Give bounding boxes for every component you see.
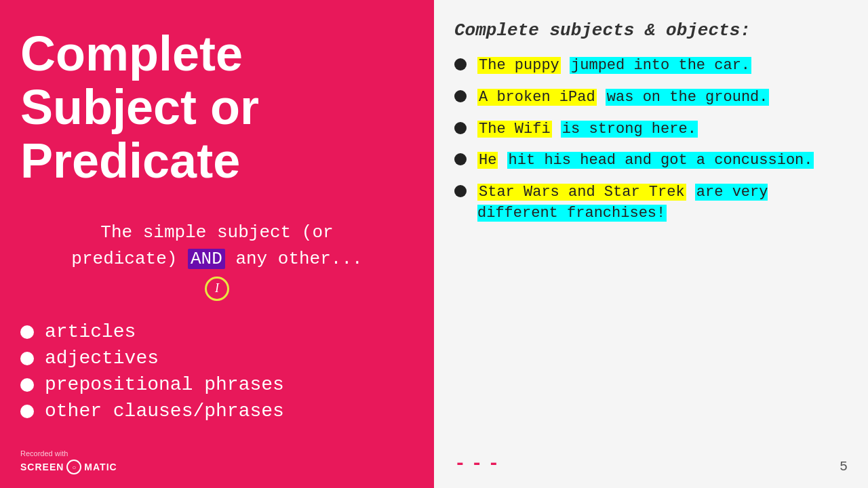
list-item: other clauses/phrases [20, 401, 414, 422]
main-title-container: Complete Subject or Predicate [20, 20, 414, 188]
subject-highlight: He [477, 152, 498, 169]
logo-text-2: MATIC [84, 462, 117, 472]
list-item: adjectives [20, 348, 414, 369]
bullet-dot [20, 378, 34, 392]
screencast-logo: SCREEN ○ MATIC [20, 460, 117, 474]
right-panel: Complete subjects & objects: The puppy j… [434, 0, 868, 488]
bullet-dot [454, 122, 467, 134]
list-item: The puppy jumped into the car. [454, 56, 848, 77]
sentence-2: A broken iPad was on the ground. [477, 87, 848, 108]
predicate-highlight: was on the ground. [606, 89, 770, 106]
list-item-label: other clauses/phrases [45, 401, 284, 422]
right-title: Complete subjects & objects: [454, 20, 848, 41]
left-content: The simple subject (orpredicate) AND any… [20, 188, 414, 447]
bullet-dot [454, 153, 467, 165]
bullet-list: articles adjectives prepositional phrase… [20, 321, 414, 427]
bullet-dot [454, 185, 467, 197]
description-text-2: any other... [235, 249, 362, 269]
list-item: He hit his head and got a concussion. [454, 150, 848, 171]
main-title: Complete Subject or Predicate [20, 27, 414, 188]
logo-circle-icon: ○ [66, 460, 81, 474]
bullet-dot [20, 325, 34, 339]
subject-highlight: The puppy [477, 57, 561, 74]
subject-highlight: The Wifi [477, 121, 552, 138]
subject-highlight: A broken iPad [477, 89, 597, 106]
list-item-label: articles [45, 321, 136, 342]
subject-highlight: Star Wars and Star Trek [477, 184, 686, 201]
right-list: The puppy jumped into the car. A broken … [454, 56, 848, 447]
cursor-icon: I [205, 277, 229, 301]
sentence-3: The Wifi is strong here. [477, 119, 848, 140]
sentence-5: Star Wars and Star Trek are very differe… [477, 182, 848, 224]
branding: Recorded with SCREEN ○ MATIC [20, 447, 414, 474]
and-word: AND [188, 249, 225, 269]
predicate-highlight: jumped into the car. [570, 57, 751, 74]
predicate-highlight: is strong here. [561, 121, 698, 138]
branding-container: Recorded with SCREEN ○ MATIC [20, 447, 117, 474]
description: The simple subject (orpredicate) AND any… [20, 220, 414, 302]
list-item: Star Wars and Star Trek are very differe… [454, 182, 848, 224]
logo-text-1: SCREEN [20, 462, 64, 472]
bullet-dot [454, 58, 467, 70]
dashes: --- [454, 453, 848, 474]
sentence-4: He hit his head and got a concussion. [477, 150, 848, 171]
list-item: The Wifi is strong here. [454, 119, 848, 140]
bullet-dot [454, 90, 467, 102]
recorded-with-label: Recorded with [20, 449, 68, 458]
sentence-1: The puppy jumped into the car. [477, 56, 848, 77]
bullet-dot [20, 405, 34, 418]
predicate-highlight: hit his head and got a concussion. [507, 152, 814, 169]
left-panel: Complete Subject or Predicate The simple… [0, 0, 434, 488]
list-item: A broken iPad was on the ground. [454, 87, 848, 108]
page-number: 5 [840, 459, 848, 474]
list-item: prepositional phrases [20, 374, 414, 395]
list-item-label: prepositional phrases [45, 374, 284, 395]
list-item: articles [20, 321, 414, 342]
list-item-label: adjectives [45, 348, 159, 369]
bullet-dot [20, 352, 34, 365]
